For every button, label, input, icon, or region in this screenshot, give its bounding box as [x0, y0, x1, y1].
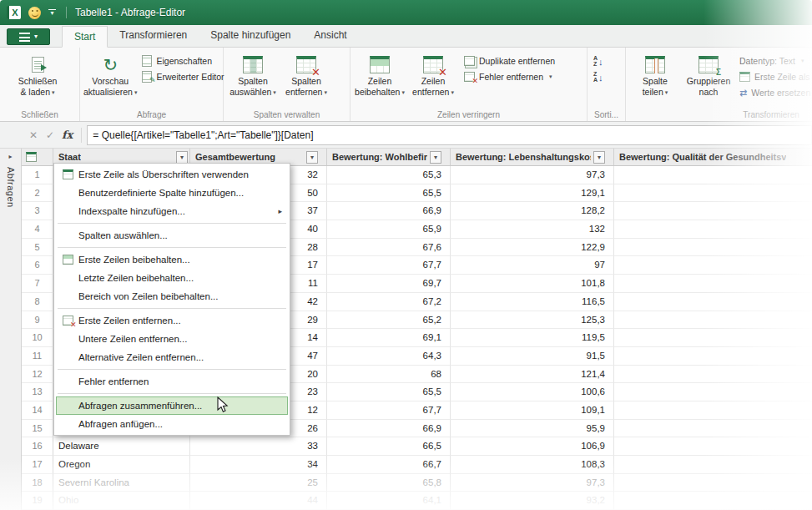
menu-item-letzte-zeilen-beibehalten[interactable]: Letzte Zeilen beibehalten...: [56, 269, 288, 287]
cell-wohl[interactable]: 65,2: [327, 311, 451, 330]
cell-leben[interactable]: 129,1: [451, 184, 614, 203]
smiley-icon[interactable]: [28, 7, 41, 19]
erweiterter-editor-button[interactable]: Erweiterter Editor: [138, 68, 228, 84]
cell-wohl[interactable]: 68: [327, 366, 451, 384]
cell-leben[interactable]: 100,6: [451, 383, 614, 401]
filter-dropdown-icon[interactable]: ▾: [593, 151, 605, 164]
cell-leben[interactable]: 97,3: [451, 474, 614, 492]
row-number[interactable]: 2: [22, 184, 53, 203]
cell-wohl[interactable]: 65,8: [327, 474, 451, 492]
cell-leben[interactable]: 91,5: [451, 347, 614, 366]
menu-item-fehler-entfernen[interactable]: Fehler entfernen: [56, 372, 288, 391]
spalten-auswaehlen-button[interactable]: Spalten auswählen: [226, 49, 280, 108]
tab-start[interactable]: Start: [62, 26, 108, 48]
menu-item-benutzerdefinierte-spalte-hinzufügen[interactable]: Benutzerdefinierte Spalte hinzufügen...: [56, 184, 288, 202]
column-header-wohl[interactable]: Bewertung: Wohlbefinden*▾: [327, 149, 451, 165]
cell-qual[interactable]: [614, 420, 812, 438]
row-number[interactable]: 14: [22, 401, 53, 420]
cell-qual[interactable]: [614, 366, 812, 384]
menu-item-erste-zeilen-beibehalten[interactable]: Erste Zeilen beibehalten...: [56, 250, 288, 269]
row-number[interactable]: 11: [22, 347, 53, 366]
cell-staat[interactable]: Ohio: [53, 492, 190, 510]
menu-item-indexspalte-hinzufügen[interactable]: Indexspalte hinzufügen...▸: [56, 202, 288, 220]
menu-item-erste-zeile-als-überschriften-verwenden[interactable]: Erste Zeile als Überschriften verwenden: [56, 165, 288, 184]
cell-qual[interactable]: [614, 456, 812, 474]
cell-qual[interactable]: [614, 202, 812, 220]
row-number[interactable]: 3: [22, 202, 53, 220]
cell-qual[interactable]: [614, 256, 812, 275]
zeilen-entfernen-button[interactable]: Zeilen entfernen: [406, 49, 460, 108]
select-all-corner[interactable]: [22, 149, 53, 165]
cell-leben[interactable]: 97,3: [451, 166, 614, 184]
cell-wohl[interactable]: 69,1: [327, 329, 451, 347]
cell-leben[interactable]: 109,1: [451, 401, 614, 420]
cell-wohl[interactable]: 65,9: [327, 220, 451, 239]
cell-wohl[interactable]: 66,9: [327, 202, 451, 220]
erste-zeile-als-ueberschriften-button[interactable]: Erste Zeile als Überschriften verwenden: [735, 68, 812, 84]
cell-leben[interactable]: 128,2: [451, 202, 614, 220]
cell-wohl[interactable]: 66,9: [327, 420, 451, 438]
cell-qual[interactable]: [614, 311, 812, 330]
gruppieren-nach-button[interactable]: Gruppieren nach: [682, 49, 735, 108]
tab-spalte-hinzufügen[interactable]: Spalte hinzufügen: [199, 25, 302, 47]
menu-item-abfragen-zusammenführen[interactable]: Abfragen zusammenführen...: [56, 396, 288, 415]
cell-wohl[interactable]: 65,5: [327, 383, 451, 401]
duplikate-entfernen-button[interactable]: Duplikate entfernen: [460, 53, 559, 68]
cell-qual[interactable]: [614, 437, 812, 456]
cell-qual[interactable]: [614, 293, 812, 311]
cell-qual[interactable]: [614, 166, 812, 184]
cell-wohl[interactable]: 67,7: [327, 401, 451, 420]
cell-leben[interactable]: 106,9: [451, 437, 614, 456]
cell-gesamt[interactable]: 33: [190, 437, 327, 456]
menu-item-spalten-auswählen[interactable]: Spalten auswählen...: [56, 226, 288, 245]
eigenschaften-button[interactable]: Eigenschaften: [138, 53, 228, 68]
cell-leben[interactable]: 121,4: [451, 366, 614, 384]
cell-qual[interactable]: [614, 275, 812, 293]
cell-leben[interactable]: 97: [451, 256, 614, 275]
cell-wohl[interactable]: 67,6: [327, 239, 451, 257]
row-number[interactable]: 15: [22, 420, 53, 438]
row-number[interactable]: 5: [22, 239, 53, 257]
cell-leben[interactable]: 108,3: [451, 456, 614, 474]
cell-wohl[interactable]: 65,5: [327, 184, 451, 203]
cell-leben[interactable]: 95,9: [451, 420, 614, 438]
row-number[interactable]: 1: [22, 166, 53, 184]
file-menu-button[interactable]: [7, 28, 50, 45]
formula-cancel-icon[interactable]: [25, 129, 42, 141]
row-number[interactable]: 10: [22, 329, 53, 347]
cell-qual[interactable]: [614, 401, 812, 420]
row-number[interactable]: 18: [22, 474, 53, 492]
cell-leben[interactable]: 116,5: [451, 293, 614, 311]
cell-wohl[interactable]: 67,2: [327, 293, 451, 311]
fehler-entfernen-button[interactable]: Fehler entfernen: [460, 68, 559, 84]
cell-gesamt[interactable]: 44: [190, 492, 327, 510]
sort-ascending-button[interactable]: AZ: [590, 53, 607, 68]
cell-leben[interactable]: 132: [451, 220, 614, 239]
cell-gesamt[interactable]: 25: [190, 474, 327, 492]
spalten-entfernen-button[interactable]: Spalten entfernen: [280, 49, 333, 108]
werte-ersetzen-button[interactable]: Werte ersetzen: [735, 84, 812, 100]
cell-staat[interactable]: Oregon: [53, 456, 190, 474]
menu-item-erste-zeilen-entfernen[interactable]: Erste Zeilen entfernen...: [56, 311, 288, 330]
tab-ansicht[interactable]: Ansicht: [302, 25, 358, 47]
filter-dropdown-icon[interactable]: ▾: [176, 151, 188, 164]
cell-wohl[interactable]: 65,3: [327, 166, 451, 184]
cell-wohl[interactable]: 64,3: [327, 347, 451, 366]
cell-qual[interactable]: [614, 347, 812, 366]
sort-descending-button[interactable]: ZA: [590, 68, 607, 84]
cell-qual[interactable]: [614, 383, 812, 401]
row-number[interactable]: 6: [22, 256, 53, 275]
menu-item-untere-zeilen-entfernen[interactable]: Untere Zeilen entfernen...: [56, 330, 288, 348]
cell-wohl[interactable]: 67,7: [327, 256, 451, 275]
cell-leben[interactable]: 93,2: [451, 492, 614, 510]
menu-item-abfragen-anfügen[interactable]: Abfragen anfügen...: [56, 415, 288, 433]
cell-leben[interactable]: 125,3: [451, 311, 614, 330]
cell-qual[interactable]: [614, 474, 812, 492]
cell-qual[interactable]: [614, 329, 812, 347]
expand-queries-icon[interactable]: [8, 153, 12, 160]
menu-item-alternative-zeilen-entfernen[interactable]: Alternative Zeilen entfernen...: [56, 348, 288, 366]
cell-qual[interactable]: [614, 220, 812, 239]
column-header-qual[interactable]: Bewertung: Qualität der Gesundheitsv: [614, 149, 812, 165]
row-number[interactable]: 9: [22, 311, 53, 330]
cell-leben[interactable]: 101,8: [451, 275, 614, 293]
